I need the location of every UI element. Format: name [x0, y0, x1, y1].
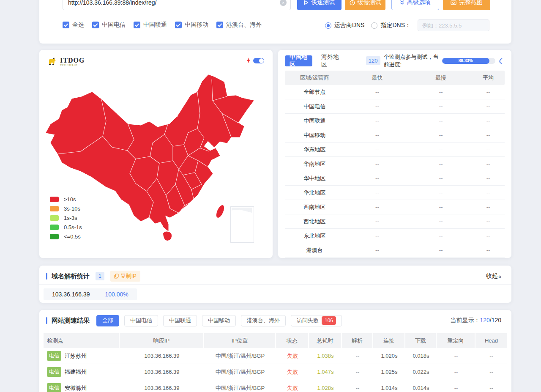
stats-table-row: 华南地区------: [285, 157, 505, 171]
carrier-checkbox-group: 全选中国电信中国联通中国移动港澳台、海外: [63, 21, 270, 30]
progress-label: 个监测点参与测试，当前进度:: [384, 53, 440, 69]
slowest-value: --: [410, 89, 472, 95]
avg-value: --: [472, 132, 505, 138]
legend-label: 3s-10s: [64, 206, 80, 212]
checkbox-checked-icon: [134, 22, 140, 28]
slow-test-button[interactable]: 缓慢测试: [345, 0, 385, 10]
node-cell: 电信江苏苏州: [44, 351, 120, 361]
filter-button-5[interactable]: 访问失败106: [291, 315, 342, 326]
section-accent-bar: [46, 273, 47, 280]
legend-item: <=0.5s: [50, 232, 82, 241]
results-col-header: Head: [475, 333, 507, 348]
checkbox-3[interactable]: 中国移动: [175, 21, 208, 29]
region-name: 港澳台: [285, 247, 344, 254]
radio-carrier-dns[interactable]: 运营商DNS: [325, 22, 365, 29]
copy-ip-button[interactable]: 复制IP: [110, 271, 140, 282]
fastest-value: --: [344, 233, 410, 239]
resolved-ip-row: 103.36.166.39 100.00%: [44, 288, 137, 300]
checkbox-0[interactable]: 全选: [63, 21, 84, 29]
checkbox-2[interactable]: 中国联通: [134, 21, 167, 29]
connect-value: 1.025s: [373, 369, 405, 375]
avg-value: --: [472, 103, 505, 110]
checkbox-checked-icon: [175, 22, 182, 28]
stats-table-row: 西南地区------: [285, 200, 505, 214]
full-screenshot-button[interactable]: 完整截图: [443, 0, 490, 10]
hainan-island: [163, 232, 172, 241]
stats-table-row: 中国电信------: [285, 99, 505, 114]
slowest-value: --: [410, 132, 472, 138]
filter-button-2[interactable]: 中国联通: [163, 315, 197, 326]
legend-item: 0.5s-1s: [50, 222, 82, 232]
quick-test-button[interactable]: 快速测试: [297, 0, 342, 10]
fail-count-badge: 106: [322, 316, 336, 325]
legend-label: 1s-3s: [64, 215, 77, 221]
radio-unselected-icon: [371, 22, 377, 29]
dns-resolve-card: 域名解析统计 1 复制IP 收起 « 103.36.166.39 100.00%: [39, 266, 511, 303]
results-col-header: 响应IP: [120, 333, 204, 348]
legend-label: 0.5s-1s: [64, 224, 82, 230]
loading-spinner-icon: [498, 57, 506, 64]
results-col-header: 下载: [405, 333, 437, 348]
slowest-value: --: [410, 118, 472, 124]
slowest-value: --: [410, 204, 472, 210]
redirect-value: --: [437, 369, 475, 375]
test-form-card: × 快速测试 缓慢测试 高级选项 完整截图 全选中国电信中国联通中国移动港澳台、…: [39, 0, 511, 44]
checkbox-1[interactable]: 中国电信: [92, 21, 126, 29]
legend-label: <=0.5s: [64, 233, 81, 240]
redirect-value: --: [437, 385, 475, 391]
ip-value: 103.36.166.39: [120, 385, 204, 391]
progress-percent: 88.33%: [459, 58, 473, 63]
fastest-value: --: [344, 175, 410, 181]
total-value: 1.028s: [309, 385, 342, 391]
head-value: --: [475, 369, 507, 375]
legend-label: >10s: [64, 196, 76, 203]
filter-button-0[interactable]: 全部: [96, 315, 119, 326]
location-value: 中国/浙江/温州/BGP: [204, 384, 276, 392]
fast-mode-toggle[interactable]: [253, 58, 264, 63]
legend-swatch: [50, 197, 59, 202]
collapse-button[interactable]: 收起 «: [486, 272, 501, 280]
results-col-header: 检测点: [44, 333, 120, 348]
ip-value: 103.36.166.39: [120, 353, 204, 359]
stats-table-header: 区域/运营商 最快 最慢 平均: [285, 71, 505, 85]
slowest-value: --: [410, 161, 472, 167]
stats-table-row: 西北地区------: [285, 214, 505, 229]
head-value: --: [475, 385, 507, 391]
tab-china-region[interactable]: 中国地区: [285, 55, 312, 66]
slowest-value: --: [410, 103, 472, 110]
results-table-body: 电信江苏苏州103.36.166.39中国/浙江/温州/BGP失败1.038s-…: [44, 348, 507, 392]
region-name: 华东地区: [285, 146, 344, 154]
results-col-header: 连接: [373, 333, 405, 348]
section-accent-bar: [46, 317, 47, 324]
region-name: 华中地区: [285, 175, 344, 182]
location-value: 中国/浙江/温州/BGP: [204, 368, 276, 376]
advanced-options-button[interactable]: 高级选项: [391, 0, 439, 10]
status-value: 失败: [276, 352, 309, 360]
legend-item: 3s-10s: [50, 204, 82, 213]
legend-swatch: [50, 225, 59, 230]
tab-overseas-region[interactable]: 海外地区: [317, 55, 344, 66]
legend-item: >10s: [50, 195, 82, 204]
region-name: 中国移动: [285, 132, 344, 139]
url-input[interactable]: [63, 0, 291, 10]
options-row: 全选中国电信中国联通中国移动港澳台、海外 运营商DNS 指定DNS：: [63, 19, 489, 31]
results-table-header: 检测点响应IPIP位置状态总耗时解析连接下载重定向Head: [44, 333, 507, 348]
results-table-row: 电信安徽滁州103.36.166.39中国/浙江/温州/BGP失败1.028s-…: [44, 380, 507, 392]
checkbox-4[interactable]: 港澳台、海外: [216, 21, 262, 29]
fastest-value: --: [344, 132, 410, 138]
slowest-value: --: [410, 218, 472, 225]
legend-swatch: [50, 215, 59, 221]
divider: [39, 284, 511, 285]
map-tools: [246, 58, 264, 63]
fastest-value: --: [344, 189, 410, 196]
region-name: 中国电信: [285, 103, 344, 110]
filter-button-4[interactable]: 港澳台、海外: [241, 315, 286, 326]
connect-value: 1.020s: [373, 353, 405, 359]
fastest-value: --: [344, 218, 410, 225]
filter-button-3[interactable]: 中国移动: [202, 315, 236, 326]
radio-custom-dns[interactable]: 指定DNS：: [371, 22, 411, 29]
filter-button-1[interactable]: 中国电信: [124, 315, 158, 326]
filter-label: 港澳台、海外: [247, 317, 280, 324]
south-china-sea-inset: [230, 206, 254, 243]
custom-dns-input[interactable]: [418, 19, 489, 31]
